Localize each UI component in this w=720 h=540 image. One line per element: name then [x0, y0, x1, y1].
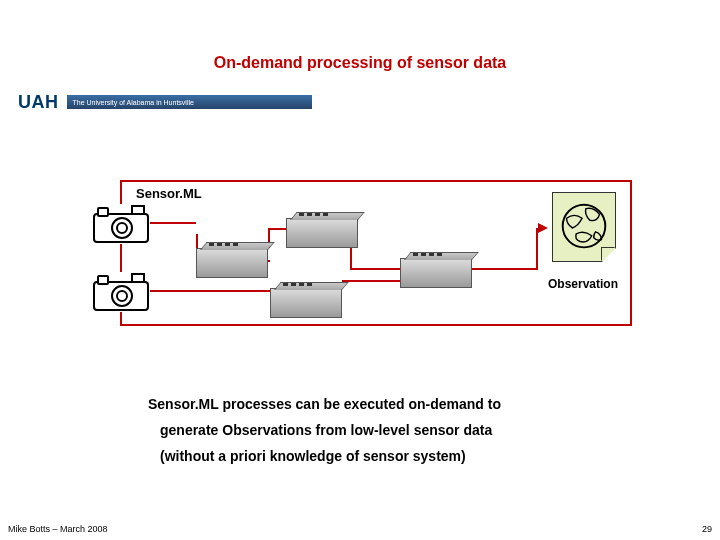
flow-arrow-icon [538, 223, 548, 233]
camera-icon [92, 272, 150, 312]
flow-line [150, 290, 270, 292]
observation-label: Observation [546, 277, 620, 291]
svg-rect-7 [132, 274, 144, 282]
flow-line [150, 222, 196, 224]
svg-point-4 [117, 223, 127, 233]
svg-rect-1 [98, 208, 108, 216]
camera-icon [92, 204, 150, 244]
process-node [270, 288, 342, 318]
footer-credit: Mike Botts – March 2008 [8, 524, 108, 534]
flow-line [342, 280, 402, 282]
body-line: (without a priori knowledge of sensor sy… [160, 448, 466, 464]
svg-rect-6 [98, 276, 108, 284]
svg-point-9 [117, 291, 127, 301]
flow-line [350, 268, 402, 270]
svg-rect-2 [132, 206, 144, 214]
uah-logo-subtext: The University of Alabama in Huntsville [67, 99, 194, 106]
uah-logo-text: UAH [12, 92, 65, 113]
process-node [286, 218, 358, 248]
process-node [196, 248, 268, 278]
page-number: 29 [702, 524, 712, 534]
body-line: generate Observations from low-level sen… [160, 422, 492, 438]
uah-logo: UAH The University of Alabama in Huntsvi… [12, 90, 312, 114]
flow-line [472, 268, 538, 270]
observation-output [552, 192, 616, 262]
process-node [400, 258, 472, 288]
flow-line [536, 228, 538, 270]
body-line: Sensor.ML processes can be executed on-d… [148, 396, 501, 412]
uah-logo-bar: The University of Alabama in Huntsville [67, 95, 313, 109]
page-title: On-demand processing of sensor data [0, 54, 720, 72]
sensorml-label: Sensor.ML [136, 186, 202, 201]
